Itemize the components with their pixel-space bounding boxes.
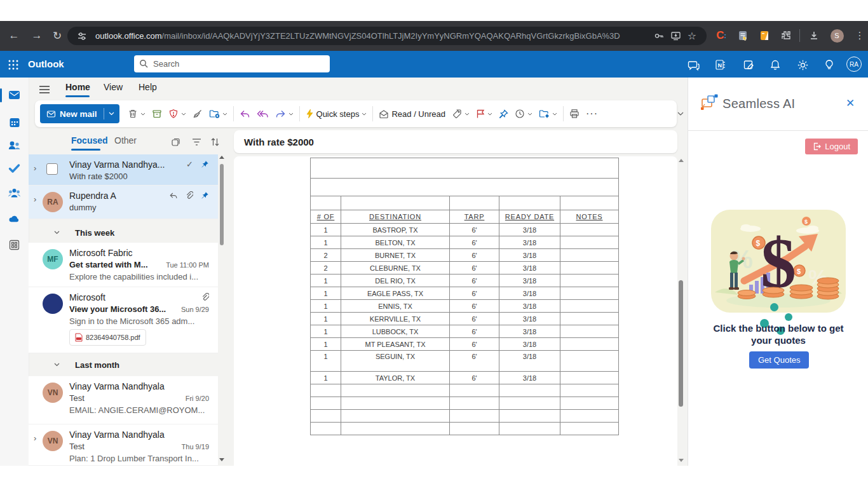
sweep-button[interactable] (189, 104, 206, 123)
read-mail-icon (379, 109, 389, 119)
mail-app-icon[interactable] (8, 88, 21, 102)
password-key-icon[interactable] (651, 28, 667, 44)
svg-text:N: N (718, 62, 722, 69)
mail-item[interactable]: Microsoft View your Microsoft 36... Sun … (29, 287, 218, 353)
mail-item[interactable]: › RA Rupendra A dummy (29, 186, 218, 219)
avatar: VN (43, 431, 63, 451)
attachment-chip[interactable]: 82364940758.pdf (69, 329, 146, 346)
forward-button[interactable] (272, 104, 297, 123)
install-app-icon[interactable] (667, 28, 684, 44)
pin-icon[interactable] (201, 160, 209, 168)
extensions-puzzle-icon[interactable] (778, 27, 794, 44)
get-quotes-button[interactable]: Get Quotes (749, 351, 809, 369)
group-header-this-week[interactable]: This week (29, 224, 218, 241)
search-input[interactable]: Search (134, 55, 330, 72)
logout-button[interactable]: Logout (805, 139, 858, 154)
collapse-chevron-icon[interactable] (54, 231, 60, 234)
groups-app-icon[interactable] (8, 187, 21, 200)
group-header-last-month[interactable]: Last month (29, 356, 218, 374)
list-scroll-down[interactable] (219, 458, 224, 461)
url-text[interactable]: outlook.office.com/mail/inbox/id/AAQkADV… (95, 31, 651, 41)
tab-view[interactable]: View (104, 82, 123, 92)
onenote-feed-icon[interactable]: N (714, 58, 727, 71)
collapse-chevron-icon[interactable] (54, 363, 60, 367)
notifications-bell-icon[interactable] (769, 58, 782, 71)
tips-lightbulb-icon[interactable] (823, 58, 836, 71)
new-mail-button[interactable]: New mail (40, 104, 119, 123)
delete-button[interactable] (125, 104, 149, 123)
sort-icon[interactable] (209, 136, 220, 147)
downloads-icon[interactable] (806, 27, 822, 44)
expand-chevron-icon[interactable]: › (34, 163, 36, 173)
pin-button[interactable] (496, 104, 512, 123)
site-info-icon[interactable] (74, 28, 90, 44)
browser-forward-icon[interactable]: → (28, 27, 46, 44)
mail-item[interactable]: VN Vinay Varma Nandhyala Test Fri 9/20 E… (29, 376, 218, 424)
reading-scrollbar-thumb[interactable] (679, 280, 683, 407)
tab-home[interactable]: Home (65, 82, 90, 92)
extension-notebook-icon[interactable] (756, 27, 773, 44)
onedrive-app-icon[interactable] (8, 212, 21, 226)
mail-date: Fri 9/20 (186, 395, 209, 402)
archive-button[interactable] (149, 104, 165, 123)
browser-reload-icon[interactable]: ↻ (48, 27, 66, 44)
seamless-ai-title: Seamless AI (722, 97, 795, 111)
categorize-button[interactable] (449, 104, 473, 123)
ribbon-toolbar: New mail (35, 100, 677, 127)
address-bar[interactable]: outlook.office.com/mail/inbox/id/AAQkADV… (67, 27, 707, 45)
expand-chevron-icon[interactable]: › (34, 194, 36, 204)
new-mail-dropdown[interactable] (104, 112, 119, 116)
ribbon-collapse-chevron[interactable] (677, 112, 684, 116)
snooze-button[interactable] (512, 104, 536, 123)
read-unread-button[interactable]: Read / Unread (376, 104, 449, 123)
mail-item[interactable]: › VN Vinay Varma Nandhyala Test Thu 9/19… (29, 424, 218, 466)
close-panel-icon[interactable]: ✕ (846, 97, 855, 110)
feedback-chat-icon[interactable] (687, 58, 700, 71)
extension-clickup-icon[interactable]: C: (713, 27, 729, 44)
report-button[interactable] (165, 104, 189, 123)
checkmark-icon[interactable]: ✓ (186, 159, 193, 169)
browser-profile-avatar[interactable]: S (829, 27, 845, 44)
browser-back-icon[interactable]: ← (5, 27, 23, 44)
bookmark-star-icon[interactable]: ☆ (684, 28, 700, 44)
select-checkbox[interactable] (46, 163, 58, 175)
account-avatar[interactable]: RA (846, 57, 862, 72)
mail-item[interactable]: › Vinay Varma Nandhya... ✓ With rate $20… (29, 154, 218, 186)
pin-icon[interactable] (201, 191, 209, 200)
settings-gear-icon[interactable] (796, 58, 809, 71)
expand-chevron-icon[interactable]: › (34, 433, 36, 443)
chrome-menu-kebab-icon[interactable]: ⋮ (851, 27, 868, 44)
notes-icon[interactable] (742, 58, 755, 71)
reading-scroll-down[interactable] (679, 459, 684, 462)
filter-icon[interactable] (191, 136, 202, 147)
list-scroll-up[interactable] (219, 156, 224, 159)
folder-add-icon (209, 109, 220, 119)
people-app-icon[interactable] (8, 139, 21, 152)
tab-help[interactable]: Help (139, 82, 157, 92)
calendar-app-icon[interactable] (8, 116, 21, 129)
quick-steps-button[interactable]: Quick steps (302, 104, 370, 123)
tab-other[interactable]: Other (114, 135, 137, 146)
message-subject-bar[interactable]: With rate $2000 (234, 130, 677, 153)
todo-app-icon[interactable] (8, 161, 21, 175)
reply-all-button[interactable] (254, 104, 272, 123)
mail-subject: Test (69, 442, 177, 451)
flag-button[interactable] (473, 104, 496, 123)
reading-scroll-up[interactable] (679, 159, 684, 162)
select-messages-icon[interactable] (170, 136, 181, 147)
extension-page-icon[interactable] (735, 27, 751, 44)
mail-item[interactable]: MF Microsoft Fabric Get started with M..… (29, 243, 218, 287)
tab-focused[interactable]: Focused (71, 135, 108, 146)
rules-button[interactable] (536, 104, 560, 123)
more-options-button[interactable]: ··· (583, 104, 601, 123)
hamburger-menu-icon[interactable] (38, 83, 51, 96)
tag-icon (452, 109, 462, 119)
svg-text:$: $ (804, 219, 808, 225)
print-button[interactable] (566, 104, 583, 123)
more-apps-icon[interactable] (8, 238, 21, 252)
list-scrollbar-thumb[interactable] (220, 164, 224, 245)
reply-button[interactable] (236, 104, 254, 123)
outlook-brand[interactable]: Outlook (28, 58, 64, 69)
app-launcher-waffle-icon[interactable] (7, 58, 20, 71)
move-to-folder-button[interactable] (206, 104, 231, 123)
